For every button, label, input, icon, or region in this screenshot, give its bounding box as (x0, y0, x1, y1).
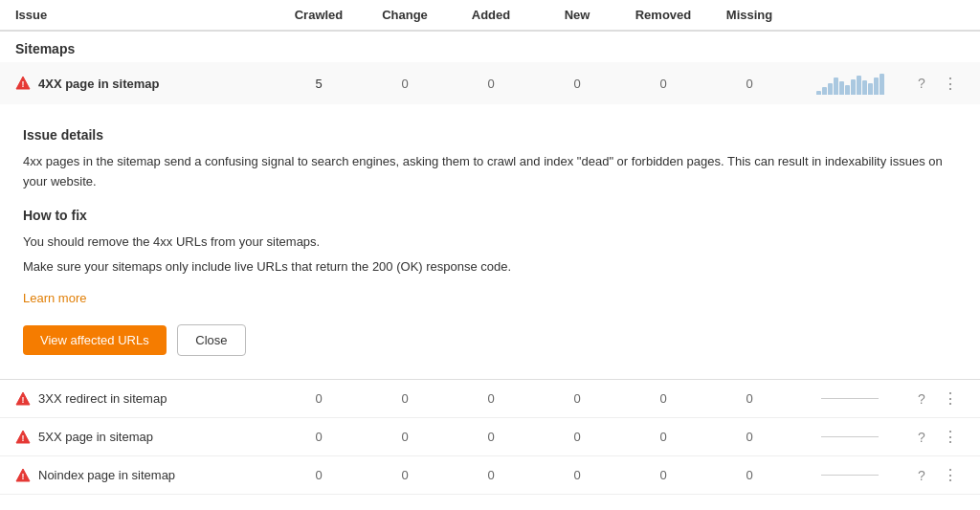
other-issue-removed-2: 0 (620, 468, 706, 482)
help-icon-1[interactable]: ? (907, 430, 936, 445)
other-issue-new-0: 0 (534, 391, 620, 406)
svg-text:!: ! (22, 395, 25, 405)
action-buttons: View affected URLs Close (23, 324, 957, 356)
sparkline (816, 72, 884, 95)
svg-text:!: ! (22, 472, 25, 481)
other-sparkline-1 (792, 436, 907, 437)
col-header-issue: Issue (15, 8, 276, 22)
main-issue-new: 0 (534, 77, 620, 91)
main-issue-removed: 0 (620, 77, 706, 91)
other-sparkline-0 (792, 398, 907, 399)
main-issue-missing: 0 (706, 77, 792, 91)
detail-panel: Issue details 4xx pages in the sitemap s… (0, 104, 980, 380)
col-header-added: Added (448, 8, 534, 22)
col-header-change: Change (362, 8, 448, 22)
other-issue-missing-2: 0 (706, 468, 792, 482)
main-issue-crawled: 5 (276, 77, 362, 91)
other-issue-added-1: 0 (448, 430, 534, 444)
other-issue-new-1: 0 (534, 430, 620, 444)
other-issue-row[interactable]: ! Noindex page in sitemap 0 0 0 0 0 0 ? … (0, 456, 980, 495)
col-header-missing: Missing (706, 8, 792, 22)
other-issue-row[interactable]: ! 5XX page in sitemap 0 0 0 0 0 0 ? ⋮ (0, 418, 980, 456)
detail-title: Issue details (23, 127, 957, 143)
other-issue-crawled-2: 0 (276, 468, 362, 482)
warning-icon-1: ! (15, 430, 31, 445)
main-issue-row[interactable]: ! 4XX page in sitemap 5 0 0 0 0 0 ? ⋮ (0, 62, 980, 104)
more-icon-2[interactable]: ⋮ (936, 466, 965, 484)
other-issue-new-2: 0 (534, 468, 620, 482)
svg-text:!: ! (22, 79, 25, 89)
help-icon-main[interactable]: ? (907, 76, 936, 91)
help-icon-0[interactable]: ? (907, 391, 936, 407)
fix-text-1: You should remove the 4xx URLs from your… (23, 233, 957, 253)
other-issue-name-0: ! 3XX redirect in sitemap (15, 391, 276, 407)
sparkline-chart (792, 72, 907, 95)
other-issue-removed-1: 0 (620, 430, 706, 444)
learn-more-link[interactable]: Learn more (23, 291, 86, 305)
other-issue-row[interactable]: ! 3XX redirect in sitemap 0 0 0 0 0 0 ? … (0, 380, 980, 418)
view-affected-urls-button[interactable]: View affected URLs (23, 325, 167, 355)
svg-text:!: ! (22, 433, 25, 443)
warning-icon-2: ! (15, 468, 31, 483)
more-icon-1[interactable]: ⋮ (936, 428, 965, 446)
other-issue-missing-0: 0 (706, 391, 792, 406)
col-header-crawled: Crawled (276, 8, 362, 22)
other-issue-added-2: 0 (448, 468, 534, 482)
col-header-removed: Removed (620, 8, 706, 22)
other-issue-added-0: 0 (448, 391, 534, 406)
other-issue-name-1: ! 5XX page in sitemap (15, 430, 276, 445)
warning-icon-0: ! (15, 391, 31, 407)
warning-icon: ! (15, 76, 31, 91)
detail-text: 4xx pages in the sitemap send a confusin… (23, 152, 957, 192)
other-issue-missing-1: 0 (706, 430, 792, 444)
main-issue-name: ! 4XX page in sitemap (15, 76, 276, 91)
how-to-fix-title: How to fix (23, 208, 957, 223)
table-header: Issue Crawled Change Added New Removed M… (0, 0, 980, 32)
other-issue-name-2: ! Noindex page in sitemap (15, 468, 276, 483)
help-icon-2[interactable]: ? (907, 468, 936, 483)
other-issues-container: ! 3XX redirect in sitemap 0 0 0 0 0 0 ? … (0, 380, 980, 495)
fix-text-2: Make sure your sitemaps only include liv… (23, 257, 957, 277)
more-icon-main[interactable]: ⋮ (936, 75, 965, 93)
other-issue-change-2: 0 (362, 468, 448, 482)
other-issue-crawled-1: 0 (276, 430, 362, 444)
main-issue-added: 0 (448, 77, 534, 91)
other-issue-removed-0: 0 (620, 391, 706, 406)
other-sparkline-2 (792, 475, 907, 476)
close-button[interactable]: Close (177, 324, 245, 356)
other-issue-change-1: 0 (362, 430, 448, 444)
main-issue-change: 0 (362, 77, 448, 91)
section-label: Sitemaps (0, 32, 980, 62)
col-header-new: New (534, 8, 620, 22)
other-issue-crawled-0: 0 (276, 391, 362, 406)
more-icon-0[interactable]: ⋮ (936, 389, 965, 408)
other-issue-change-0: 0 (362, 391, 448, 406)
